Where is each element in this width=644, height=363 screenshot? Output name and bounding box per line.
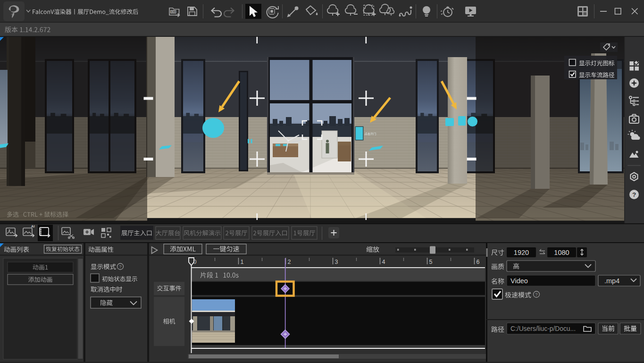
svg-text:EXE: EXE [171, 10, 176, 13]
svg-text:C:/Users/liuc-p/Docu...: C:/Users/liuc-p/Docu... [510, 325, 576, 332]
svg-text:2: 2 [288, 259, 291, 265]
svg-text:?: ? [632, 191, 636, 198]
svg-text:1: 1 [241, 259, 244, 265]
svg-text:?: ? [535, 292, 537, 297]
svg-text:?: ? [119, 264, 121, 269]
svg-text:1080: 1080 [554, 249, 569, 256]
svg-text:Video: Video [510, 277, 528, 285]
svg-text:1920: 1920 [514, 249, 529, 256]
svg-text:.mp4: .mp4 [604, 277, 619, 285]
svg-text:4: 4 [382, 259, 385, 265]
svg-text:5: 5 [429, 259, 433, 265]
svg-text:AI: AI [31, 224, 35, 228]
svg-text:3: 3 [335, 259, 338, 265]
svg-text:6: 6 [477, 259, 480, 265]
